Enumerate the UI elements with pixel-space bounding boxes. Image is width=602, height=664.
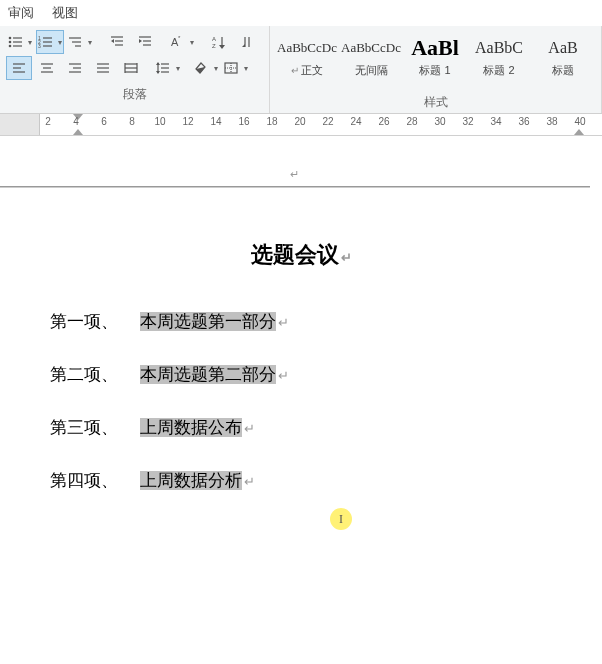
svg-point-2 <box>9 41 12 44</box>
show-marks-button[interactable] <box>234 30 260 54</box>
bullets-icon <box>7 34 23 50</box>
shading-icon <box>193 60 209 76</box>
item-text: 上周数据公布↵ <box>140 416 255 439</box>
header-return-mark: ↵ <box>290 168 299 181</box>
return-mark: ↵ <box>278 315 289 330</box>
ruler-tick: 36 <box>518 116 529 127</box>
ruler-tick: 4 <box>73 116 79 127</box>
pilcrow-icon <box>239 34 255 50</box>
ruler-tick: 2 <box>45 116 51 127</box>
selected-text: 本周选题第二部分 <box>140 365 276 384</box>
item-text: 本周选题第一部分↵ <box>140 310 289 333</box>
asian-layout-button[interactable]: A* <box>168 30 196 54</box>
document-area[interactable]: ↵ 选题会议↵ 第一项、本周选题第一部分↵第二项、本周选题第二部分↵第三项、上周… <box>0 136 602 664</box>
list-item: 第四项、上周数据分析↵ <box>50 469 552 492</box>
header-separator <box>0 186 590 188</box>
style-preview: AaBbC <box>475 33 523 63</box>
hanging-indent-marker[interactable] <box>73 129 83 135</box>
multilevel-icon <box>67 34 83 50</box>
align-justify-button[interactable] <box>90 56 116 80</box>
svg-marker-31 <box>242 44 245 47</box>
list-item: 第三项、上周数据公布↵ <box>50 416 552 439</box>
align-left-button[interactable] <box>6 56 32 80</box>
style-preview: AaB <box>548 33 577 63</box>
ruler[interactable]: 246810121416182022242628303234363840 <box>0 114 602 136</box>
style-preview: AaBbCcDc <box>277 33 337 63</box>
item-text: 上周数据分析↵ <box>140 469 255 492</box>
align-right-button[interactable] <box>62 56 88 80</box>
align-center-button[interactable] <box>34 56 60 80</box>
decrease-indent-button[interactable] <box>104 30 130 54</box>
ruler-tick: 6 <box>101 116 107 127</box>
line-spacing-icon <box>155 60 171 76</box>
ruler-tick: 34 <box>490 116 501 127</box>
ruler-tick: 8 <box>129 116 135 127</box>
line-spacing-button[interactable] <box>154 56 182 80</box>
page: 选题会议↵ 第一项、本周选题第一部分↵第二项、本周选题第二部分↵第三项、上周数据… <box>0 198 602 564</box>
style-name: 正文 <box>291 63 323 78</box>
svg-text:3: 3 <box>38 43 41 49</box>
ribbon: 123 A* AZ <box>0 26 602 114</box>
shading-button[interactable] <box>192 56 220 80</box>
item-text: 本周选题第二部分↵ <box>140 363 289 386</box>
styles-group-label: 样式 <box>276 88 595 111</box>
svg-text:*: * <box>178 35 181 41</box>
align-distribute-button[interactable] <box>118 56 144 80</box>
tab-view[interactable]: 视图 <box>52 4 78 22</box>
sort-button[interactable]: AZ <box>206 30 232 54</box>
selected-text: 上周数据分析 <box>140 471 242 490</box>
bullets-button[interactable] <box>6 30 34 54</box>
item-number: 第三项、 <box>50 416 140 439</box>
borders-button[interactable] <box>222 56 250 80</box>
ruler-tick: 26 <box>378 116 389 127</box>
align-left-icon <box>11 60 27 76</box>
ruler-margin <box>0 114 40 135</box>
doc-title: 选题会议↵ <box>50 240 552 270</box>
ruler-tick: 20 <box>294 116 305 127</box>
tab-review[interactable]: 审阅 <box>8 4 34 22</box>
style-标题 1[interactable]: AaBl标题 1 <box>404 30 466 88</box>
align-right-icon <box>67 60 83 76</box>
style-name: 标题 <box>552 63 574 78</box>
style-preview: AaBl <box>411 33 459 63</box>
style-name: 标题 2 <box>483 63 514 78</box>
return-mark: ↵ <box>244 474 255 489</box>
right-indent-marker[interactable] <box>574 129 584 135</box>
style-标题[interactable]: AaB标题 <box>532 30 594 88</box>
multilevel-button[interactable] <box>66 30 94 54</box>
sort-icon: AZ <box>211 34 227 50</box>
ruler-tick: 14 <box>210 116 221 127</box>
return-mark: ↵ <box>244 421 255 436</box>
svg-point-4 <box>9 45 12 48</box>
ruler-tick: 40 <box>574 116 585 127</box>
item-number: 第四项、 <box>50 469 140 492</box>
svg-text:Z: Z <box>212 43 216 49</box>
ruler-tick: 12 <box>182 116 193 127</box>
item-number: 第二项、 <box>50 363 140 386</box>
ruler-tick: 24 <box>350 116 361 127</box>
ruler-tick: 16 <box>238 116 249 127</box>
svg-marker-54 <box>156 71 160 74</box>
ruler-tick: 32 <box>462 116 473 127</box>
ruler-tick: 18 <box>266 116 277 127</box>
ruler-tick: 30 <box>434 116 445 127</box>
align-justify-icon <box>95 60 111 76</box>
style-name: 无间隔 <box>355 63 388 78</box>
list-item: 第一项、本周选题第一部分↵ <box>50 310 552 333</box>
increase-indent-button[interactable] <box>132 30 158 54</box>
svg-point-0 <box>9 37 12 40</box>
selected-text: 上周数据公布 <box>140 418 242 437</box>
align-center-icon <box>39 60 55 76</box>
style-无间隔[interactable]: AaBbCcDc无间隔 <box>340 30 402 88</box>
ruler-tick: 38 <box>546 116 557 127</box>
svg-marker-22 <box>139 39 142 43</box>
numbering-button[interactable]: 123 <box>36 30 64 54</box>
return-mark: ↵ <box>278 368 289 383</box>
style-正文[interactable]: AaBbCcDc正文 <box>276 30 338 88</box>
outdent-icon <box>109 34 125 50</box>
ruler-tick: 10 <box>154 116 165 127</box>
paragraph-group: 123 A* AZ <box>0 26 270 113</box>
svg-marker-18 <box>111 39 114 43</box>
style-标题 2[interactable]: AaBbC标题 2 <box>468 30 530 88</box>
numbering-icon: 123 <box>37 34 53 50</box>
